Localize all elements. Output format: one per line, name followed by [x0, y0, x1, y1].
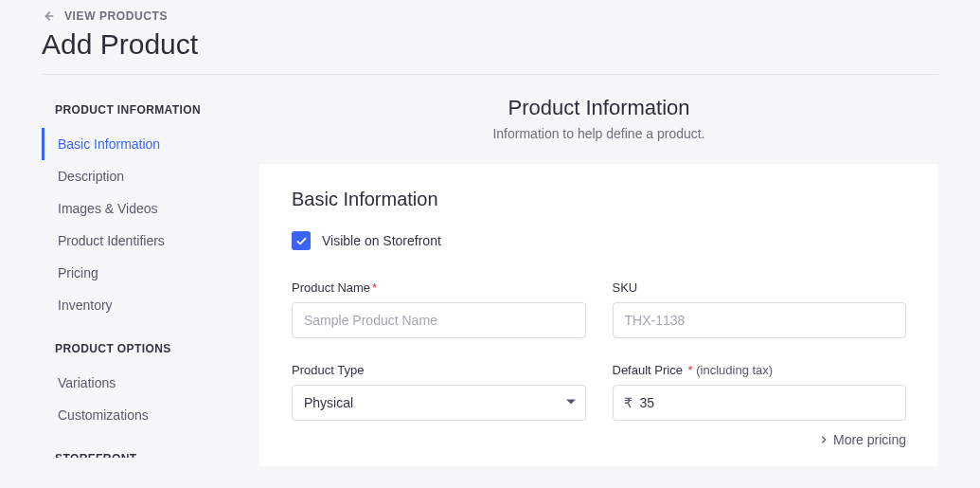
sidebar: PRODUCT INFORMATION Basic Information De… [42, 96, 231, 479]
product-name-label: Product Name* [292, 280, 586, 295]
visible-on-storefront-label: Visible on Storefront [322, 233, 441, 248]
section-title: Product Information [259, 96, 938, 120]
more-pricing-label: More pricing [833, 432, 906, 447]
product-type-select[interactable] [292, 385, 586, 421]
sidebar-item-images-videos[interactable]: Images & Videos [42, 192, 231, 225]
page-title: Add Product [42, 28, 938, 61]
sidebar-heading-product-information: PRODUCT INFORMATION [55, 103, 231, 117]
sidebar-heading-product-options: PRODUCT OPTIONS [55, 342, 231, 355]
basic-information-panel: Basic Information Visible on Storefront … [259, 164, 938, 466]
divider [42, 74, 938, 75]
more-pricing-toggle[interactable]: More pricing [292, 432, 906, 447]
sidebar-item-customizations[interactable]: Customizations [42, 399, 231, 431]
visible-on-storefront-checkbox[interactable] [292, 231, 311, 250]
sidebar-item-product-identifiers[interactable]: Product Identifiers [42, 225, 231, 257]
product-type-label: Product Type [292, 363, 586, 377]
back-arrow-icon [42, 9, 55, 23]
breadcrumb[interactable]: VIEW PRODUCTS [42, 9, 938, 23]
sidebar-item-description[interactable]: Description [42, 160, 231, 192]
sidebar-heading-storefront: STOREFRONT [55, 452, 231, 458]
sku-label: SKU [613, 280, 907, 295]
breadcrumb-label: VIEW PRODUCTS [64, 9, 168, 23]
section-subtitle: Information to help define a product. [259, 126, 938, 141]
sidebar-item-variations[interactable]: Variations [42, 367, 231, 399]
sku-input[interactable] [613, 302, 907, 338]
sidebar-item-inventory[interactable]: Inventory [42, 289, 231, 321]
main-content: Product Information Information to help … [231, 96, 938, 466]
default-price-input[interactable] [613, 385, 907, 421]
panel-title: Basic Information [292, 189, 906, 210]
currency-symbol: ₹ [624, 395, 633, 410]
default-price-label: Default Price * (including tax) [613, 363, 907, 377]
sidebar-item-pricing[interactable]: Pricing [42, 257, 231, 289]
product-name-input[interactable] [292, 302, 586, 338]
sidebar-item-basic-information[interactable]: Basic Information [42, 128, 231, 160]
